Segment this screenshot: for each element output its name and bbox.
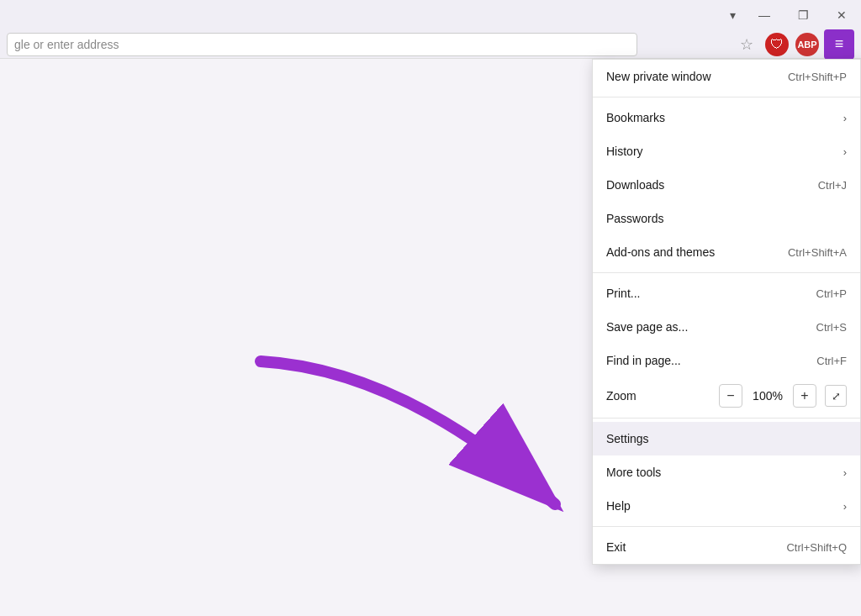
downloads-label: Downloads [606,178,664,192]
divider-1 [593,97,860,97]
zoom-controls: − 100% + ⤢ [719,384,847,408]
more-tools-chevron-icon: › [843,466,847,479]
hamburger-menu-button[interactable]: ≡ [824,29,854,60]
menu-item-help[interactable]: Help › [593,489,860,523]
menu-item-passwords[interactable]: Passwords [593,202,860,235]
exit-shortcut: Ctrl+Shift+Q [786,541,847,554]
settings-label: Settings [606,432,649,445]
zoom-row: Zoom − 100% + ⤢ [593,377,860,414]
star-icon: ☆ [740,35,753,54]
new-private-window-label: New private window [606,70,711,83]
zoom-label: Zoom [606,389,637,403]
title-dropdown-btn[interactable]: ▾ [720,3,745,28]
help-label: Help [606,499,631,513]
title-bar: ▾ — ❐ ✕ [0,0,861,29]
menu-item-save-page[interactable]: Save page as... Ctrl+S [593,310,860,344]
menu-item-history[interactable]: History › [593,134,860,168]
menu-item-bookmarks[interactable]: Bookmarks › [593,101,860,134]
zoom-plus-button[interactable]: + [793,384,816,408]
divider-3 [593,418,860,419]
arrow-annotation [235,353,589,538]
menu-item-print[interactable]: Print... Ctrl+P [593,276,860,310]
abp-badge: ABP [795,33,819,56]
zoom-minus-button[interactable]: − [719,384,742,408]
zoom-percent-value: 100% [751,389,784,403]
menu-item-settings[interactable]: Settings [593,422,860,455]
menu-item-exit[interactable]: Exit Ctrl+Shift+Q [593,530,860,564]
close-button[interactable]: ✕ [822,0,861,29]
print-label: Print... [606,287,640,300]
bookmarks-label: Bookmarks [606,111,665,124]
menu-item-find-in-page[interactable]: Find in page... Ctrl+F [593,344,860,377]
bookmarks-chevron-icon: › [843,112,847,124]
menu-item-more-tools[interactable]: More tools › [593,455,860,489]
help-chevron-icon: › [843,500,847,513]
print-shortcut: Ctrl+P [816,287,847,300]
zoom-expand-button[interactable]: ⤢ [825,385,847,407]
dropdown-menu: New private window Ctrl+Shift+P Bookmark… [592,59,861,565]
new-private-window-shortcut: Ctrl+Shift+P [788,71,847,83]
more-tools-label: More tools [606,466,661,479]
address-bar[interactable]: gle or enter address [7,33,637,56]
minimize-button[interactable]: — [745,0,784,29]
history-label: History [606,145,643,158]
maximize-button[interactable]: ❐ [784,0,822,29]
menu-item-addons[interactable]: Add-ons and themes Ctrl+Shift+A [593,235,860,269]
browser-chrome: ▾ — ❐ ✕ gle or enter address ☆ 🛡 ABP ≡ [0,0,861,59]
exit-label: Exit [606,540,626,554]
menu-item-new-private-window[interactable]: New private window Ctrl+Shift+P [593,60,860,93]
downloads-shortcut: Ctrl+J [818,179,847,192]
shield-button[interactable]: 🛡 [763,31,790,58]
find-in-page-label: Find in page... [606,354,681,367]
hamburger-icon: ≡ [835,35,844,53]
shield-icon: 🛡 [765,33,789,56]
divider-4 [593,526,860,527]
toolbar-bar: gle or enter address ☆ 🛡 ABP ≡ [0,29,861,59]
addons-label: Add-ons and themes [606,245,715,259]
divider-2 [593,272,860,273]
history-chevron-icon: › [843,145,847,158]
toolbar-icons: ☆ 🛡 ABP ≡ [733,29,854,60]
save-page-label: Save page as... [606,320,688,334]
abp-button[interactable]: ABP [794,31,821,58]
find-in-page-shortcut: Ctrl+F [816,355,847,367]
address-text: gle or enter address [14,38,119,51]
star-button[interactable]: ☆ [733,31,760,58]
save-page-shortcut: Ctrl+S [816,321,847,334]
addons-shortcut: Ctrl+Shift+A [788,246,847,259]
passwords-label: Passwords [606,212,663,225]
menu-item-downloads[interactable]: Downloads Ctrl+J [593,168,860,202]
